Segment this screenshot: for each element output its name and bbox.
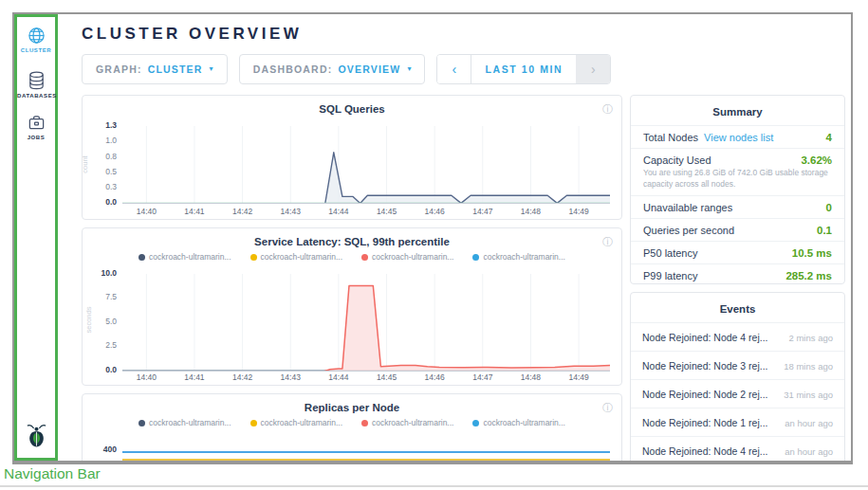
- chart-sql-queries: SQL Queries ⓘ count 1.31.00.80.50.30.0 1…: [82, 95, 622, 220]
- summary-row-p50: P50 latency 10.5 ms: [631, 241, 844, 263]
- event-row[interactable]: Node Rejoined: Node 4 rej... an hour ago: [631, 436, 844, 464]
- events-panel: Events Node Rejoined: Node 4 rej... 2 mi…: [630, 292, 845, 464]
- axis-tick: 10.0: [101, 269, 117, 278]
- cockroachdb-logo[interactable]: [17, 423, 55, 452]
- legend-item[interactable]: cockroach-ultramarin...: [250, 418, 342, 427]
- sidebar-item-jobs[interactable]: JOBS: [17, 114, 55, 140]
- event-row[interactable]: Node Rejoined: Node 2 rej... 31 mins ago: [631, 379, 844, 408]
- plot-area[interactable]: [122, 126, 610, 204]
- axis-tick: 14:40: [137, 372, 157, 382]
- chart-legend: cockroach-ultramarin...cockroach-ultrama…: [83, 416, 621, 429]
- axis-tick: 0.0: [105, 198, 117, 207]
- summary-value: 4: [826, 132, 832, 143]
- toolbar: GRAPH: CLUSTER ▾ DASHBOARD: OVERVIEW ▾ ‹…: [82, 54, 611, 84]
- axis-tick: 14:47: [472, 372, 492, 382]
- sidebar-item-databases[interactable]: DATABASES: [17, 71, 55, 99]
- axis-tick: 0.3: [105, 183, 117, 191]
- event-row[interactable]: Node Rejoined: Node 3 rej... 18 mins ago: [631, 351, 844, 379]
- plot-area[interactable]: [122, 440, 610, 464]
- info-icon[interactable]: ⓘ: [602, 235, 613, 249]
- y-axis-ticks: 400: [86, 445, 117, 461]
- graph-selector[interactable]: GRAPH: CLUSTER ▾: [82, 54, 228, 84]
- legend-label: cockroach-ultramarin...: [483, 252, 564, 262]
- legend-label: cockroach-ultramarin...: [372, 252, 453, 262]
- legend-dot-icon: [472, 254, 479, 261]
- legend-dot-icon: [250, 420, 257, 426]
- annotation-caption: Navigation Bar: [4, 465, 101, 482]
- chevron-down-icon: ▾: [210, 65, 213, 73]
- info-icon[interactable]: ⓘ: [602, 102, 613, 117]
- legend-dot-icon: [472, 420, 479, 426]
- legend-item[interactable]: cockroach-ultramarin...: [361, 252, 453, 262]
- axis-tick: 0.8: [105, 153, 117, 161]
- summary-row-unavailable-ranges: Unavailable ranges 0: [631, 195, 844, 218]
- y-axis-ticks: 1.31.00.80.50.30.0: [86, 121, 117, 207]
- axis-tick: 14:43: [281, 372, 301, 382]
- axis-tick: 14:46: [425, 372, 445, 382]
- time-range-selector: ‹ LAST 10 MIN ›: [436, 54, 611, 84]
- axis-tick: 14:45: [377, 207, 397, 216]
- legend-label: cockroach-ultramarin...: [261, 252, 342, 262]
- briefcase-icon: [28, 114, 46, 132]
- info-icon[interactable]: ⓘ: [602, 401, 613, 415]
- legend-dot-icon: [139, 420, 145, 426]
- chart-title: Service Latency: SQL, 99th percentile: [83, 228, 621, 247]
- database-icon: [28, 71, 46, 90]
- legend-dot-icon: [139, 254, 145, 261]
- dashboard-selector[interactable]: DASHBOARD: OVERVIEW ▾: [239, 54, 426, 84]
- legend-item[interactable]: cockroach-ultramarin...: [139, 418, 231, 427]
- axis-tick: 14:48: [521, 207, 541, 216]
- sidebar-item-label: JOBS: [17, 135, 55, 140]
- cockroach-bug-icon: [25, 423, 48, 448]
- bottom-divider: [0, 485, 868, 487]
- axis-tick: 14:41: [184, 372, 204, 382]
- chart-title: SQL Queries: [83, 96, 621, 115]
- summary-value: 0: [826, 202, 832, 213]
- axis-tick: 14:45: [377, 372, 397, 382]
- legend-label: cockroach-ultramarin...: [261, 418, 342, 427]
- legend-item[interactable]: cockroach-ultramarin...: [472, 418, 564, 427]
- globe-icon: [28, 27, 46, 45]
- legend-label: cockroach-ultramarin...: [483, 418, 564, 427]
- time-next-button[interactable]: ›: [576, 55, 610, 83]
- legend-item[interactable]: cockroach-ultramarin...: [472, 252, 564, 262]
- graph-selector-value: CLUSTER: [148, 64, 203, 75]
- legend-label: cockroach-ultramarin...: [149, 418, 231, 427]
- sidebar-item-cluster[interactable]: CLUSTER: [17, 27, 55, 53]
- legend-dot-icon: [250, 254, 257, 261]
- legend-item[interactable]: cockroach-ultramarin...: [361, 418, 453, 427]
- summary-panel: Summary Total Nodes View nodes list 4 Ca…: [630, 95, 845, 284]
- view-nodes-list-link[interactable]: View nodes list: [704, 132, 773, 143]
- axis-tick: 14:47: [472, 207, 492, 216]
- summary-row-capacity: Capacity Used 3.62% You are using 26.8 G…: [631, 148, 844, 195]
- legend-label: cockroach-ultramarin...: [372, 418, 453, 427]
- event-row[interactable]: Node Rejoined: Node 4 rej... 2 mins ago: [631, 322, 844, 351]
- legend-label: cockroach-ultramarin...: [149, 252, 231, 262]
- time-prev-button[interactable]: ‹: [437, 55, 471, 83]
- app-window: CLUSTER DATABASES JOBS: [12, 12, 853, 464]
- event-row[interactable]: Node Rejoined: Node 1 rej... an hour ago: [631, 408, 844, 436]
- legend-item[interactable]: cockroach-ultramarin...: [250, 252, 342, 262]
- axis-tick: 0.0: [105, 366, 117, 374]
- axis-tick: 2.5: [105, 341, 117, 350]
- time-range-label[interactable]: LAST 10 MIN: [471, 55, 576, 83]
- summary-row-p99: P99 latency 285.2 ms: [631, 263, 844, 286]
- legend-item[interactable]: cockroach-ultramarin...: [139, 252, 231, 262]
- summary-value: 10.5 ms: [792, 247, 832, 259]
- legend-dot-icon: [361, 420, 368, 426]
- chart-replicas-per-node: Replicas per Node ⓘ cockroach-ultramarin…: [82, 393, 622, 464]
- plot-area[interactable]: [122, 274, 610, 372]
- summary-value: 3.62%: [801, 154, 832, 166]
- axis-tick: 0.5: [105, 168, 117, 176]
- dashboard-selector-label: DASHBOARD:: [253, 64, 333, 75]
- axis-tick: 7.5: [105, 293, 117, 301]
- axis-tick: 14:49: [568, 372, 588, 382]
- navigation-bar: CLUSTER DATABASES JOBS: [14, 14, 58, 461]
- graph-selector-label: GRAPH:: [96, 64, 142, 75]
- summary-value: 0.1: [817, 225, 832, 236]
- sidebar-item-label: DATABASES: [17, 93, 55, 99]
- axis-tick: 14:44: [328, 207, 348, 216]
- legend-dot-icon: [361, 254, 368, 261]
- axis-tick: 14:41: [184, 207, 204, 216]
- chevron-down-icon: ▾: [407, 65, 411, 73]
